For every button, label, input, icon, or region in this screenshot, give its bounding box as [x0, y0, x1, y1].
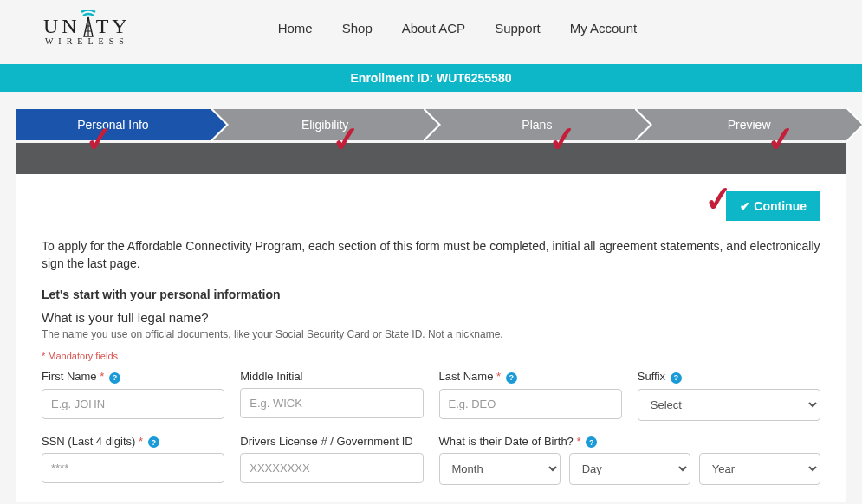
ssn-input[interactable] [42, 453, 224, 483]
help-icon[interactable]: ? [109, 372, 120, 384]
top-header: UN TY WIRELESS Home Shop About ACP Suppo… [0, 0, 862, 64]
field-middle-initial: Middle Initial [240, 370, 423, 421]
nav-home[interactable]: Home [278, 21, 313, 36]
check-icon: ✔ [740, 199, 750, 213]
subheader-bar [16, 143, 846, 174]
dob-label: What is their Date of Birth? * ? [439, 435, 821, 449]
step-label: Personal Info [77, 118, 149, 132]
nav-about-acp[interactable]: About ACP [402, 21, 465, 36]
ssn-label: SSN (Last 4 digits) * ? [42, 435, 224, 449]
dl-input[interactable] [240, 453, 423, 483]
logo-text-right: TY [96, 15, 131, 38]
last-name-input[interactable] [439, 389, 622, 419]
section-title: Let's start with your personal informati… [42, 288, 820, 301]
intro-text: To apply for the Affordable Connectivity… [42, 238, 820, 272]
progress-steps-container: Personal Info ✓ Eligibility ✓ Plans ✓ Pr… [16, 109, 846, 174]
nav-support[interactable]: Support [495, 21, 541, 36]
field-last-name: Last Name * ? [439, 370, 622, 421]
step-label: Preview [728, 118, 771, 132]
name-question: What is your full legal name? [42, 310, 820, 325]
field-first-name: First Name * ? [42, 370, 224, 421]
dob-year-select[interactable]: Year [699, 453, 820, 485]
mandatory-note: * Mandatory fields [42, 351, 820, 361]
dob-group: Month Day Year [439, 453, 821, 485]
field-drivers-license: Drivers License # / Government ID [240, 435, 423, 486]
logo-tower-icon [79, 10, 98, 38]
help-icon[interactable]: ? [586, 436, 597, 448]
logo[interactable]: UN TY WIRELESS [43, 10, 131, 46]
help-icon[interactable]: ? [506, 372, 517, 384]
field-suffix: Suffix ? Select [638, 370, 820, 421]
field-ssn: SSN (Last 4 digits) * ? [42, 435, 224, 486]
continue-label: Continue [754, 199, 807, 213]
form-content: ✓ ✔ Continue To apply for the Affordable… [16, 174, 846, 502]
nav-my-account[interactable]: My Account [570, 21, 638, 36]
help-icon[interactable]: ? [671, 372, 682, 384]
nav-shop[interactable]: Shop [342, 21, 373, 36]
continue-button[interactable]: ✔ Continue [726, 191, 820, 221]
first-name-input[interactable] [42, 389, 224, 419]
progress-steps: Personal Info ✓ Eligibility ✓ Plans ✓ Pr… [16, 109, 846, 140]
first-name-label: First Name * ? [42, 370, 224, 384]
suffix-select[interactable]: Select [638, 389, 820, 421]
continue-row: ✓ ✔ Continue [42, 191, 820, 221]
step-preview[interactable]: Preview ✓ [634, 109, 846, 140]
dob-day-select[interactable]: Day [569, 453, 690, 485]
step-label: Plans [522, 118, 552, 132]
last-name-label: Last Name * ? [439, 370, 622, 384]
step-plans[interactable]: Plans ✓ [423, 109, 635, 140]
dob-month-select[interactable]: Month [439, 453, 561, 485]
main-nav: Home Shop About ACP Support My Account [278, 21, 638, 36]
help-icon[interactable]: ? [148, 436, 159, 448]
step-eligibility[interactable]: Eligibility ✓ [211, 109, 423, 140]
suffix-label: Suffix ? [638, 370, 820, 384]
step-label: Eligibility [301, 118, 348, 132]
field-dob: What is their Date of Birth? * ? Month D… [439, 435, 821, 486]
dl-label: Drivers License # / Government ID [240, 435, 423, 448]
middle-initial-label: Middle Initial [240, 370, 423, 383]
step-personal-info[interactable]: Personal Info ✓ [16, 109, 211, 140]
middle-initial-input[interactable] [240, 388, 423, 418]
name-hint: The name you use on official documents, … [42, 328, 820, 340]
form-grid-row1: First Name * ? Middle Initial Last Name … [42, 370, 820, 421]
form-grid-row2: SSN (Last 4 digits) * ? Drivers License … [42, 435, 820, 486]
enrollment-id-bar: Enrollment ID: WUT6255580 [0, 64, 862, 92]
logo-text-left: UN [43, 15, 81, 38]
